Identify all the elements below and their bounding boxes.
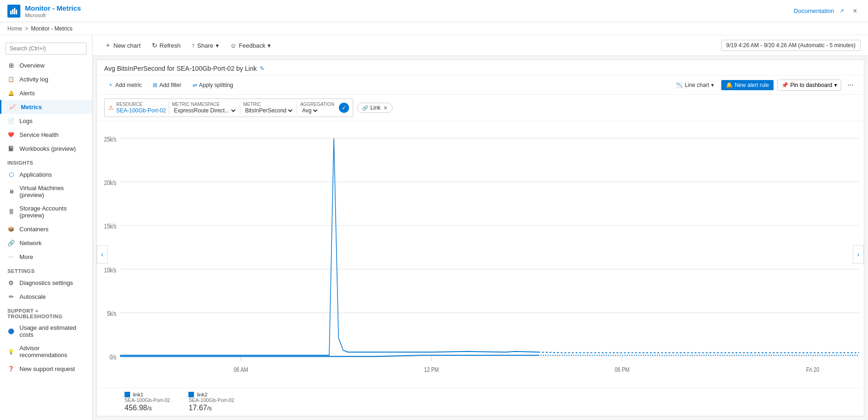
breadcrumb-home[interactable]: Home <box>7 25 22 32</box>
refresh-button[interactable]: ↻ Refresh <box>147 39 186 51</box>
sidebar-item-alerts[interactable]: 🔔 Alerts <box>0 86 92 100</box>
new-alert-rule-button[interactable]: 🔔 New alert rule <box>721 80 774 90</box>
svg-text:10k/s: 10k/s <box>104 266 117 274</box>
namespace-select[interactable]: ExpressRoute Direct... <box>172 107 237 114</box>
legend-value-link2: 17.67/s <box>188 404 234 412</box>
doc-link[interactable]: Documentation <box>794 7 834 14</box>
virtual-machines-icon: 🖥 <box>7 188 15 195</box>
more-options-button[interactable]: ··· <box>845 80 856 90</box>
refresh-icon: ↻ <box>152 42 157 49</box>
toolbar: ＋ New chart ↻ Refresh ↑ Share ▾ ☺ Feedba… <box>93 35 868 56</box>
sidebar-item-virtual-machines[interactable]: 🖥 Virtual Machines (preview) <box>0 181 92 202</box>
metric-selector-row: ⚠ RESOURCE SEA-100Gb-Port-02 METRIC NAME… <box>97 95 864 121</box>
sidebar-item-label: Applications <box>19 171 52 178</box>
sidebar-item-logs[interactable]: 📄 Logs <box>0 114 92 128</box>
share-dropdown-icon: ▾ <box>216 42 219 49</box>
legend-sublabel-link1: SEA-100Gb-Port-02 <box>125 397 170 403</box>
chart-title-text: Avg BitsInPerSecond for SEA-100Gb-Port-0… <box>104 65 257 72</box>
sidebar-item-autoscale[interactable]: ✏ Autoscale <box>0 290 92 303</box>
app-icon <box>7 5 20 18</box>
sidebar-item-label: Service Health <box>19 131 59 138</box>
topbar-left: Monitor - Metrics Microsoft <box>7 4 81 18</box>
sidebar-item-overview[interactable]: ⊞ Overview <box>0 58 92 72</box>
legend-item-link1: link1 SEA-100Gb-Port-02 456.98/s <box>125 392 170 412</box>
apply-splitting-button[interactable]: ⇌ Apply splitting <box>189 80 237 90</box>
aggregation-field: AGGREGATION Avg <box>300 102 334 114</box>
sidebar: ⊞ Overview 📋 Activity log 🔔 Alerts 📈 Met… <box>0 35 93 420</box>
sidebar-item-metrics[interactable]: 📈 Metrics <box>0 100 92 114</box>
warning-icon: ⚠ <box>108 105 113 111</box>
time-range-selector[interactable]: 9/19 4:26 AM - 9/20 4:26 AM (Automatic -… <box>721 40 861 51</box>
more-icon: ··· <box>7 253 15 260</box>
storage-accounts-icon: 🗄 <box>7 208 15 216</box>
add-filter-button[interactable]: ⊞ Add filter <box>149 80 185 90</box>
sidebar-item-advisor[interactable]: 💡 Advisor recommendations <box>0 341 92 362</box>
filter-icon: ⊞ <box>153 82 157 88</box>
metric-divider <box>169 101 169 115</box>
sidebar-item-applications[interactable]: ⬡ Applications <box>0 167 92 181</box>
sidebar-item-workbooks[interactable]: 📓 Workbooks (preview) <box>0 142 92 155</box>
metric-label-text: METRIC <box>243 102 294 107</box>
chart-svg: 25k/s 20k/s 15k/s 10k/s 5k/s 0/s 06 AM 1 <box>97 126 864 388</box>
sidebar-item-diagnostics[interactable]: ⚙ Diagnostics settings <box>0 276 92 290</box>
feedback-button[interactable]: ☺ Feedback ▾ <box>225 39 275 51</box>
nav-left-arrow[interactable]: ‹ <box>97 245 108 264</box>
topbar: Monitor - Metrics Microsoft Documentatio… <box>0 0 868 22</box>
new-chart-button[interactable]: ＋ New chart <box>100 39 145 52</box>
share-button[interactable]: ↑ Share ▾ <box>187 39 224 51</box>
svg-text:15k/s: 15k/s <box>104 222 117 230</box>
app-title-main: Monitor - Metrics <box>25 4 81 12</box>
svg-text:25k/s: 25k/s <box>104 135 117 143</box>
svg-text:20k/s: 20k/s <box>104 179 117 186</box>
sidebar-item-label: Activity log <box>19 76 48 83</box>
external-link-icon: ↗ <box>840 8 844 14</box>
chart-type-selector[interactable]: 📉 Line chart ▾ <box>672 80 718 90</box>
aggregation-select[interactable]: Avg <box>300 107 319 114</box>
metrics-icon: 📈 <box>9 103 16 111</box>
chart-title: Avg BitsInPerSecond for SEA-100Gb-Port-0… <box>104 65 856 72</box>
alerts-icon: 🔔 <box>7 89 15 97</box>
sidebar-item-activity-log[interactable]: 📋 Activity log <box>0 72 92 86</box>
sidebar-item-support-request[interactable]: ❓ New support request <box>0 362 92 376</box>
graph-container: ‹ › 25k/s 20k/s 15k/s 10k/s 5k/s 0/s <box>97 121 864 388</box>
overview-icon: ⊞ <box>7 62 15 69</box>
app-title-sub: Microsoft <box>25 12 81 18</box>
settings-section-label: Settings <box>0 264 92 276</box>
svg-text:0/s: 0/s <box>109 353 116 361</box>
search-input[interactable] <box>6 43 87 55</box>
logs-icon: 📄 <box>7 117 15 124</box>
sidebar-item-network[interactable]: 🔗 Network <box>0 236 92 250</box>
chart-type-dropdown-icon: ▾ <box>711 82 714 88</box>
applications-icon: ⬡ <box>7 171 15 178</box>
sidebar-item-storage-accounts[interactable]: 🗄 Storage Accounts (preview) <box>0 202 92 222</box>
sidebar-item-usage-costs[interactable]: 🔵 Usage and estimated costs <box>0 321 92 341</box>
chart-controls-right: 📉 Line chart ▾ 🔔 New alert rule 📌 Pin to… <box>672 80 856 91</box>
sidebar-item-label: Usage and estimated costs <box>19 324 85 338</box>
svg-text:12 PM: 12 PM <box>424 366 439 374</box>
sidebar-item-more[interactable]: ··· More <box>0 250 92 264</box>
pin-to-dashboard-button[interactable]: 📌 Pin to dashboard ▾ <box>777 80 841 91</box>
sidebar-item-service-health[interactable]: ❤️ Service Health <box>0 128 92 142</box>
sidebar-item-containers[interactable]: 📦 Containers <box>0 222 92 236</box>
add-metric-button[interactable]: ＋ Add metric <box>104 79 145 91</box>
nav-right-arrow[interactable]: › <box>853 245 864 264</box>
legend-color-link2 <box>188 392 194 397</box>
svg-rect-2 <box>14 8 15 14</box>
sidebar-item-label: Workbooks (preview) <box>19 145 76 152</box>
advisor-icon: 💡 <box>7 348 15 355</box>
close-button[interactable]: × <box>849 6 861 17</box>
metric-select[interactable]: BitsInPerSecond <box>243 107 294 114</box>
resource-label: RESOURCE <box>116 102 166 107</box>
breadcrumb-current: Monitor - Metrics <box>31 25 72 32</box>
service-health-icon: ❤️ <box>7 131 15 138</box>
edit-title-icon[interactable]: ✎ <box>260 65 264 72</box>
confirm-metric-button[interactable]: ✓ <box>339 103 349 113</box>
sidebar-item-label: Autoscale <box>19 293 46 300</box>
svg-text:06 PM: 06 PM <box>615 366 630 374</box>
resource-value[interactable]: SEA-100Gb-Port-02 <box>116 107 166 114</box>
sidebar-item-label: New support request <box>19 365 75 372</box>
remove-link-tag-button[interactable]: ✕ <box>383 105 387 111</box>
svg-text:5k/s: 5k/s <box>107 309 117 317</box>
svg-rect-3 <box>16 10 17 14</box>
support-request-icon: ❓ <box>7 365 15 372</box>
